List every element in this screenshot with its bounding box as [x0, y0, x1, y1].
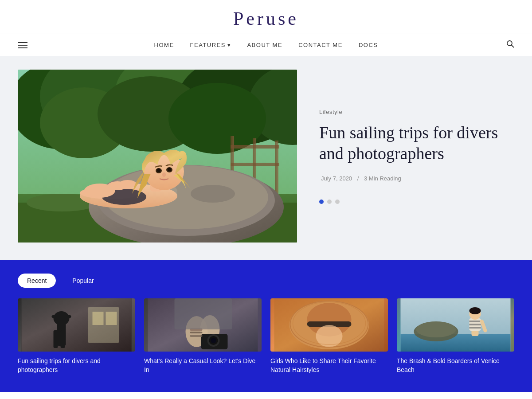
main-nav: HOME FEATURES ▾ ABOUT ME CONTACT ME DOCS [0, 34, 532, 56]
svg-point-77 [469, 307, 481, 314]
svg-rect-20 [231, 163, 279, 166]
card-1-image [18, 298, 135, 352]
nav-links: HOME FEATURES ▾ ABOUT ME CONTACT ME DOCS [154, 42, 378, 48]
nav-features[interactable]: FEATURES ▾ [190, 42, 231, 48]
tab-recent[interactable]: Recent [18, 274, 56, 288]
hero-title: Fun sailing trips for divers and photogr… [319, 122, 514, 164]
svg-point-55 [211, 338, 216, 343]
hero-section: Lifestyle Fun sailing trips for divers a… [0, 56, 532, 260]
card-2-title: What's Really a Casual Look? Let's Dive … [144, 357, 262, 374]
hero-dot-2[interactable] [327, 200, 332, 204]
svg-rect-47 [93, 312, 104, 325]
svg-point-38 [162, 172, 166, 177]
svg-rect-74 [469, 324, 481, 325]
card-3-title: Girls Who Like to Share Their Favorite N… [270, 357, 388, 374]
site-header: Peruse [0, 0, 532, 34]
svg-point-70 [416, 321, 456, 337]
card-3: Girls Who Like to Share Their Favorite N… [270, 298, 388, 374]
hero-dot-1[interactable] [319, 200, 324, 204]
svg-rect-73 [469, 321, 481, 322]
hero-content: Lifestyle Fun sailing trips for divers a… [319, 109, 514, 204]
hero-meta: July 7, 2020 / 3 Min Reading [319, 175, 514, 182]
site-logo[interactable]: Peruse [233, 8, 299, 29]
svg-rect-44 [54, 330, 58, 348]
svg-point-36 [157, 168, 160, 172]
svg-rect-58 [190, 335, 203, 337]
svg-point-31 [119, 180, 137, 188]
svg-rect-57 [190, 332, 203, 333]
chevron-down-icon: ▾ [227, 42, 231, 48]
svg-point-37 [168, 168, 171, 171]
card-2-image [144, 298, 262, 352]
nav-contact[interactable]: CONTACT ME [298, 42, 343, 48]
tabs-bar: Recent Popular [18, 274, 514, 288]
hero-divider: / [357, 175, 359, 182]
svg-rect-48 [106, 312, 117, 325]
hero-reading-time: 3 Min Reading [364, 175, 401, 182]
hero-category: Lifestyle [319, 109, 514, 115]
card-1-title: Fun sailing trips for divers and photogr… [18, 357, 135, 374]
bottom-section: Recent Popular [0, 260, 532, 392]
nav-about[interactable]: ABOUT ME [247, 42, 282, 48]
svg-rect-19 [231, 145, 279, 149]
nav-home[interactable]: HOME [154, 42, 174, 48]
card-4: The Brash & Bold Boarders of Venice Beac… [397, 298, 514, 374]
hamburger-menu[interactable] [18, 42, 27, 48]
hero-dots [319, 200, 514, 204]
card-4-image [397, 298, 514, 352]
card-3-image [270, 298, 388, 352]
card-4-title: The Brash & Bold Boarders of Venice Beac… [397, 357, 514, 374]
svg-rect-45 [61, 330, 65, 348]
svg-rect-59 [175, 298, 232, 329]
search-icon[interactable] [506, 40, 514, 50]
svg-line-1 [512, 45, 514, 47]
svg-rect-42 [52, 315, 71, 318]
hero-dot-3[interactable] [335, 200, 340, 204]
cards-grid: Fun sailing trips for divers and photogr… [18, 298, 514, 374]
card-2: What's Really a Casual Look? Let's Dive … [144, 298, 262, 374]
hero-image [18, 70, 297, 243]
svg-point-25 [191, 185, 235, 203]
hero-date: July 7, 2020 [321, 175, 352, 182]
svg-point-10 [168, 83, 266, 154]
nav-docs[interactable]: DOCS [359, 42, 378, 48]
tab-popular[interactable]: Popular [63, 274, 103, 288]
svg-rect-75 [469, 327, 481, 329]
card-1: Fun sailing trips for divers and photogr… [18, 298, 135, 374]
